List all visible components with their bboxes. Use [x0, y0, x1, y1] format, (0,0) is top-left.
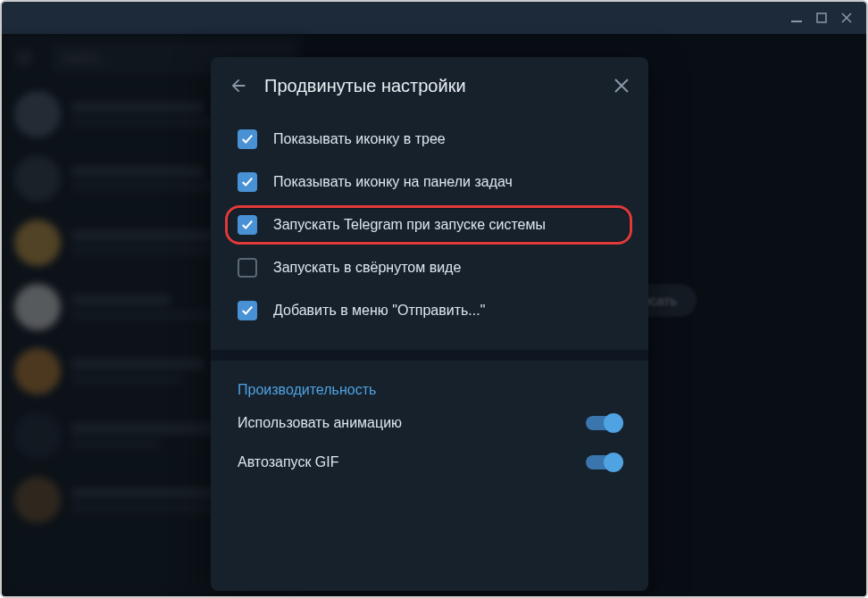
toggle-label: Использовать анимацию — [238, 415, 402, 431]
performance-group: Производительность Использовать анимацию… — [211, 361, 648, 500]
dialog-header: Продвинутые настройки — [211, 57, 648, 114]
animations-toggle-row[interactable]: Использовать анимацию — [211, 403, 648, 443]
send-to-menu-option[interactable]: Добавить в меню "Отправить..." — [211, 289, 648, 332]
svg-rect-0 — [791, 21, 802, 22]
checkbox-checked-icon — [238, 301, 257, 320]
window-close-button[interactable] — [834, 5, 859, 30]
system-settings-group: Показывать иконку в трее Показывать икон… — [211, 114, 648, 350]
toggle-label: Автозапуск GIF — [238, 454, 339, 470]
window-titlebar — [2, 2, 866, 34]
svg-rect-1 — [817, 13, 826, 22]
window-maximize-button[interactable] — [809, 5, 834, 30]
launch-on-startup-option[interactable]: Запускать Telegram при запуске системы — [211, 203, 648, 246]
dialog-close-button[interactable] — [613, 77, 630, 95]
advanced-settings-dialog: Продвинутые настройки Показывать иконку … — [211, 57, 648, 591]
option-label: Запускать Telegram при запуске системы — [273, 217, 622, 233]
option-label: Запускать в свёрнутом виде — [273, 260, 622, 276]
dialog-content: Показывать иконку в трее Показывать икон… — [211, 114, 648, 591]
launch-minimized-option[interactable]: Запускать в свёрнутом виде — [211, 246, 648, 289]
toggle-on-icon — [586, 455, 622, 469]
window-minimize-button[interactable] — [784, 5, 809, 30]
autoplay-gif-toggle-row[interactable]: Автозапуск GIF — [211, 443, 648, 482]
option-label: Показывать иконку в трее — [273, 131, 622, 147]
option-label: Добавить в меню "Отправить..." — [273, 303, 622, 319]
option-label: Показывать иконку на панели задач — [273, 174, 622, 190]
app-window: аписать Продвинутые настройки Показывать… — [0, 0, 868, 598]
back-button[interactable] — [229, 76, 248, 96]
performance-header: Производительность — [211, 364, 648, 403]
toggle-on-icon — [586, 416, 622, 430]
taskbar-icon-option[interactable]: Показывать иконку на панели задач — [211, 161, 648, 203]
dialog-title: Продвинутые настройки — [264, 76, 597, 96]
checkbox-unchecked-icon — [238, 258, 257, 278]
tray-icon-option[interactable]: Показывать иконку в трее — [211, 118, 648, 161]
section-divider — [211, 350, 648, 361]
checkbox-checked-icon — [238, 129, 257, 149]
checkbox-checked-icon — [238, 215, 257, 235]
checkbox-checked-icon — [238, 172, 257, 192]
